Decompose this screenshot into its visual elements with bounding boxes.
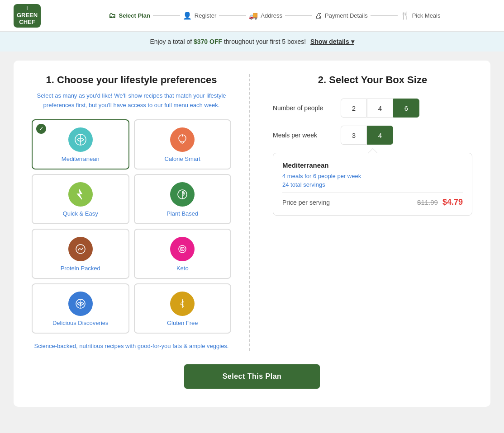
delicious-discoveries-icon [68,292,93,316]
plant-based-icon [170,182,195,207]
promo-text-before: Enjoy a total of [150,38,194,45]
nav-connector-2 [219,15,246,16]
price-original: $11.99 [417,198,438,206]
meals-selector-buttons: 3 4 [341,126,393,145]
lifestyle-card-gluten-free[interactable]: Gluten Free [134,283,232,334]
meals-option-3[interactable]: 3 [341,126,367,145]
logo-letter: I [26,5,28,11]
lifestyle-label-keto: Keto [176,265,189,272]
logo[interactable]: I GREEN CHEF [14,4,41,28]
logo-line1: GREEN [17,12,38,19]
nav-connector-3 [285,15,312,16]
meals-label: Meals per week [273,132,341,139]
nav-step-register[interactable]: 👤 Register [183,11,216,20]
bottom-note-plain: Science-backed, nutritious recipes with [34,343,138,349]
check-badge: ✓ [36,124,46,134]
lifestyle-card-protein-packed[interactable]: Protein Packed [32,229,129,279]
nav-step-label: Register [195,12,216,19]
logo-line2: CHEF [19,19,35,26]
gluten-free-icon [170,292,195,316]
payment-icon: 🖨 [315,12,322,20]
price-new: $4.79 [442,198,463,207]
lifestyle-grid: ✓ Mediterranean [32,119,231,334]
lifestyle-label-delicious-discoveries: Delicious Discoveries [52,320,109,326]
nav-connector-4 [371,15,398,16]
address-icon: 🚚 [249,11,258,20]
people-option-4[interactable]: 4 [367,99,393,118]
right-column: 2. Select Your Box Size Number of people… [250,74,472,351]
bottom-note: Science-backed, nutritious recipes with … [32,342,231,351]
register-icon: 👤 [183,11,192,20]
summary-divider [282,193,463,193]
header: I GREEN CHEF 🗂 Select Plan 👤 Register 🚚 … [0,0,504,32]
lifestyle-label-calorie-smart: Calorie Smart [165,155,200,162]
people-option-2[interactable]: 2 [341,99,367,118]
lifestyle-card-mediterranean[interactable]: ✓ Mediterranean [32,119,129,169]
pick-meals-icon: 🍴 [400,11,409,20]
summary-detail2: 24 total servings [282,181,463,188]
nav-steps: 🗂 Select Plan 👤 Register 🚚 Address 🖨 Pay… [59,11,490,20]
people-label: Number of people [273,104,341,112]
lifestyle-card-keto[interactable]: Keto [134,229,232,279]
lifestyle-label-quick-easy: Quick & Easy [63,210,98,217]
price-label: Price per serving [282,199,330,206]
svg-point-9 [80,303,81,305]
bottom-note-colored: good-for-you fats & ample veggies. [138,343,229,349]
nav-step-label: Payment Details [325,12,368,19]
lifestyle-label-plant-based: Plant Based [166,210,198,217]
section1-heading: 1. Choose your lifestyle preferences [32,74,231,86]
calorie-smart-icon [170,127,195,152]
nav-step-payment[interactable]: 🖨 Payment Details [315,12,368,20]
people-option-6[interactable]: 6 [393,99,419,118]
promo-highlight: $370 OFF [194,38,222,45]
nav-step-pick-meals[interactable]: 🍴 Pick Meals [400,11,441,20]
lifestyle-card-delicious-discoveries[interactable]: Delicious Discoveries [32,283,129,334]
select-plan-button[interactable]: Select This Plan [184,364,320,389]
lifestyle-label-protein-packed: Protein Packed [61,265,100,272]
nav-connector-1 [153,15,180,16]
svg-marker-3 [77,189,82,199]
promo-banner: Enjoy a total of $370 OFF throughout you… [0,32,504,52]
nav-step-label: Address [261,12,282,19]
price-row: Price per serving $11.99 $4.79 [282,198,463,207]
lifestyle-card-plant-based[interactable]: Plant Based [134,174,232,224]
quick-easy-icon [68,182,93,207]
section2-heading: 2. Select Your Box Size [273,74,472,86]
two-col-layout: 1. Choose your lifestyle preferences Sel… [32,74,472,351]
lifestyle-card-calorie-smart[interactable]: Calorie Smart [134,119,232,169]
lifestyle-card-quick-easy[interactable]: Quick & Easy [32,174,129,224]
meals-option-4[interactable]: 4 [367,126,393,145]
summary-detail1: 4 meals for 6 people per week [282,173,463,179]
meals-selector-row: Meals per week 3 4 [273,126,472,145]
select-plan-icon: 🗂 [109,12,116,20]
nav-step-select-plan[interactable]: 🗂 Select Plan [109,12,150,20]
summary-card: Mediterranean 4 meals for 6 people per w… [273,153,472,216]
mediterranean-icon [68,127,93,152]
chevron-down-icon: ▾ [351,38,354,45]
lifestyle-label-gluten-free: Gluten Free [167,320,198,326]
show-details-label: Show details [310,38,349,45]
cta-section: Select This Plan [32,364,472,389]
section1-subtext-plain: Select as many as you'd like! [37,92,114,99]
people-selector-row: Number of people 2 4 6 [273,99,472,118]
nav-step-address[interactable]: 🚚 Address [249,11,282,20]
keto-icon [170,237,195,261]
people-selector-buttons: 2 4 6 [341,99,419,118]
protein-packed-icon [68,237,93,261]
show-details-link[interactable]: Show details ▾ [310,38,354,45]
summary-title: Mediterranean [282,161,463,169]
nav-step-label: Pick Meals [412,12,441,19]
section1-subtext: Select as many as you'd like! We'll show… [32,91,231,110]
lifestyle-label-mediterranean: Mediterranean [62,155,100,162]
price-values: $11.99 $4.79 [417,198,463,207]
nav-step-label: Select Plan [119,12,150,19]
left-column: 1. Choose your lifestyle preferences Sel… [32,74,250,351]
main-container: 1. Choose your lifestyle preferences Sel… [14,61,490,407]
promo-text-after: throughout your first 5 boxes! [224,38,306,45]
